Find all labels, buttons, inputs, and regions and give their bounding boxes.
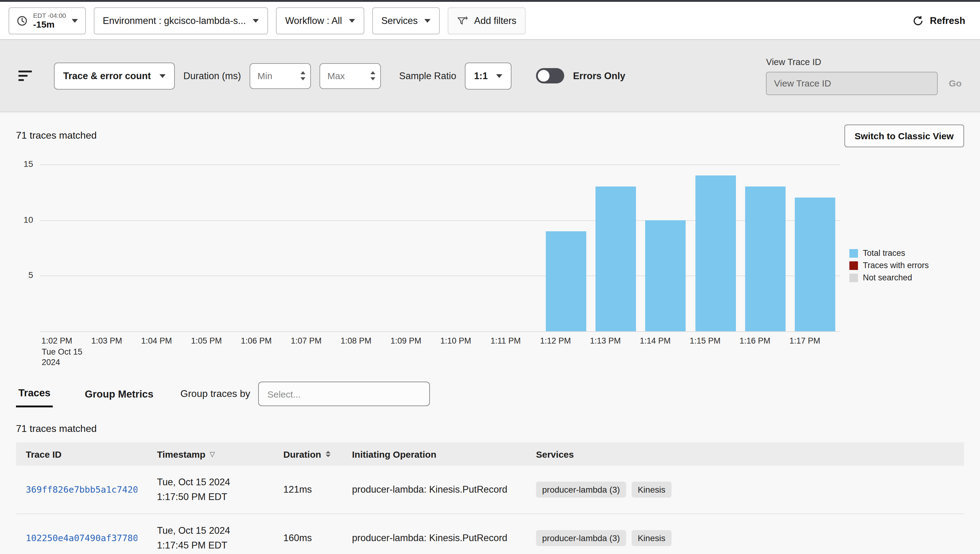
- duration-cell: 160ms: [274, 533, 342, 544]
- chart-bar[interactable]: [745, 187, 786, 331]
- service-badge: producer-lambda (3): [536, 482, 626, 498]
- x-axis-label: 1:04 PM: [132, 336, 182, 345]
- chart-bar[interactable]: [595, 187, 636, 331]
- chevron-down-icon: [253, 19, 259, 22]
- chart-options-icon[interactable]: [18, 70, 32, 81]
- view-trace-id-block: View Trace ID Go: [766, 57, 962, 95]
- chart-type-select[interactable]: Trace & error count: [54, 62, 175, 89]
- legend-label: Traces with errors: [863, 261, 929, 270]
- step-up-icon[interactable]: [301, 71, 305, 74]
- timestamp-cell: Tue, Oct 15 20241:17:50 PM EDT: [147, 475, 274, 504]
- y-axis-label: 10: [0, 215, 33, 224]
- service-badge: Kinesis: [632, 482, 671, 498]
- trace-id-cell: 102250e4a07490af37780: [16, 533, 147, 543]
- errors-only-toggle[interactable]: [536, 68, 565, 83]
- duration-max-field[interactable]: [320, 63, 381, 89]
- sample-ratio-label: Sample Ratio: [399, 70, 456, 81]
- errors-only-label: Errors Only: [573, 70, 625, 81]
- operation-cell: producer-lambda: Kinesis.PutRecord: [342, 484, 526, 495]
- stepper-icons[interactable]: [371, 71, 375, 80]
- chart-bar[interactable]: [695, 175, 736, 331]
- x-axis-label: 1:16 PM: [730, 336, 780, 345]
- column-header-trace-id: Trace ID: [16, 449, 147, 459]
- sort-desc-icon[interactable]: ▽: [210, 450, 215, 458]
- legend-swatch: [850, 273, 858, 282]
- trace-id-link[interactable]: 369ff826e7bbb5a1c7420: [26, 485, 137, 495]
- tab-traces[interactable]: Traces: [16, 380, 53, 408]
- timestamp-line: Tue, Oct 15 2024: [157, 475, 264, 490]
- environment-dropdown[interactable]: Environment : gkcisco-lambda-s...: [94, 7, 268, 34]
- duration-label: Duration (ms): [183, 70, 241, 81]
- add-filters-button[interactable]: Add filters: [448, 7, 525, 34]
- step-up-icon[interactable]: [371, 71, 375, 74]
- chart-bar[interactable]: [795, 198, 835, 331]
- group-by-placeholder: Select...: [267, 388, 301, 399]
- step-down-icon[interactable]: [301, 77, 305, 80]
- table-row: 102250e4a07490af37780Tue, Oct 15 20241:1…: [16, 514, 964, 554]
- legend-item: Traces with errors: [850, 261, 929, 270]
- group-traces-by-label: Group traces by: [180, 388, 250, 400]
- x-axis-date-label: Tue Oct 15 2024: [42, 347, 83, 368]
- stepper-icons[interactable]: [301, 71, 305, 80]
- filter-plus-icon: [457, 16, 469, 25]
- chevron-down-icon: [425, 19, 431, 22]
- table-row: 369ff826e7bbb5a1c7420Tue, Oct 15 20241:1…: [16, 466, 964, 514]
- chart-legend: Total tracesTraces with errorsNot search…: [850, 248, 929, 282]
- step-down-icon[interactable]: [371, 77, 375, 80]
- services-cell: producer-lambda (3)Kinesis: [526, 530, 964, 546]
- x-axis-label: 1:13 PM: [580, 336, 630, 345]
- sample-ratio-value: 1:1: [474, 70, 488, 81]
- traces-matched-count: 71 traces matched: [16, 130, 97, 141]
- legend-swatch: [850, 249, 858, 257]
- column-header-timestamp[interactable]: Timestamp▽: [147, 449, 274, 459]
- x-axis-label: 1:10 PM: [431, 336, 481, 345]
- table-header-row: Trace IDTimestamp▽DurationInitiating Ope…: [16, 443, 964, 466]
- min-input[interactable]: [253, 70, 292, 81]
- chart-bar[interactable]: [546, 231, 586, 331]
- max-input[interactable]: [323, 70, 362, 81]
- x-axis-date-line1: Tue Oct 15: [42, 347, 83, 357]
- table-body: 369ff826e7bbb5a1c7420Tue, Oct 15 20241:1…: [16, 466, 964, 554]
- view-trace-id-input[interactable]: [766, 72, 938, 95]
- sample-ratio-select[interactable]: 1:1: [465, 62, 512, 89]
- duration-min-field[interactable]: [250, 63, 311, 89]
- column-header-duration[interactable]: Duration: [274, 449, 342, 459]
- time-range-picker[interactable]: EDT -04:00 -15m: [9, 7, 86, 34]
- tab-group-metrics[interactable]: Group Metrics: [83, 381, 156, 406]
- service-badge: producer-lambda (3): [536, 530, 626, 546]
- timestamp-line: 1:17:45 PM EDT: [157, 538, 264, 553]
- sort-icon[interactable]: [325, 451, 330, 457]
- services-dropdown[interactable]: Services: [372, 7, 440, 34]
- clock-icon: [17, 15, 28, 26]
- refresh-label: Refresh: [930, 15, 965, 26]
- legend-swatch: [850, 261, 858, 270]
- x-axis-label: 1:12 PM: [530, 336, 581, 345]
- legend-label: Total traces: [863, 248, 905, 258]
- x-axis-label: 1:09 PM: [381, 336, 431, 345]
- x-axis-label: 1:07 PM: [281, 336, 331, 345]
- time-range-value: -15m: [33, 19, 66, 30]
- legend-item: Total traces: [850, 248, 929, 258]
- x-axis-label: 1:06 PM: [231, 336, 282, 345]
- timestamp-line: 1:17:50 PM EDT: [157, 490, 264, 504]
- column-header-services: Services: [526, 449, 964, 459]
- refresh-button[interactable]: Refresh: [913, 15, 965, 26]
- x-axis-label: 1:15 PM: [680, 336, 730, 345]
- trace-id-cell: 369ff826e7bbb5a1c7420: [16, 485, 147, 495]
- workflow-dropdown[interactable]: Workflow : All: [276, 7, 364, 34]
- switch-classic-view-button[interactable]: Switch to Classic View: [844, 124, 964, 147]
- timezone-label: EDT -04:00: [33, 12, 66, 19]
- duration-cell: 121ms: [274, 484, 342, 495]
- chart-bar[interactable]: [646, 220, 686, 331]
- group-by-select[interactable]: Select...: [258, 382, 430, 406]
- table-traces-matched-count: 71 traces matched: [0, 423, 980, 435]
- environment-dropdown-label: Environment : gkcisco-lambda-s...: [103, 15, 246, 26]
- gridline: [40, 164, 840, 165]
- trace-id-link[interactable]: 102250e4a07490af37780: [26, 533, 137, 543]
- x-axis-label: 1:08 PM: [331, 336, 381, 345]
- service-badge: Kinesis: [632, 530, 671, 546]
- column-header-initiating-operation: Initiating Operation: [342, 449, 526, 459]
- gridline: [40, 331, 840, 332]
- chevron-down-icon: [159, 74, 165, 78]
- go-button[interactable]: Go: [949, 78, 962, 88]
